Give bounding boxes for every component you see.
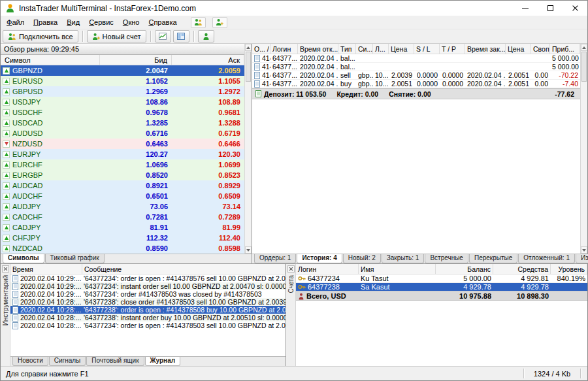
market-tab-1[interactable]: Тиковый график xyxy=(45,254,105,263)
accounts-header-level[interactable]: Уровень xyxy=(551,264,587,274)
connect-all-button[interactable]: Подключить все xyxy=(3,30,78,42)
journal-row[interactable]: 2020.02.04 10:28:...'64377238': order is… xyxy=(10,306,286,314)
close-panel-icon[interactable] xyxy=(287,265,295,273)
titlebar[interactable]: InstaTrader MultiTerminal - InstaForex-1… xyxy=(1,1,587,16)
close-panel-icon[interactable] xyxy=(2,265,9,273)
market-row[interactable]: CADJPY81.9181.99 xyxy=(1,222,244,233)
orders-header-sl[interactable]: S / L xyxy=(414,44,440,54)
order-row[interactable]: 414...64377...2020.02.04 ...bal...5 000.… xyxy=(252,63,580,71)
market-row[interactable]: AUDJPY73.0673.14 xyxy=(1,201,244,212)
tick-chart-button[interactable] xyxy=(155,30,171,42)
trader-button[interactable] xyxy=(198,30,214,42)
scroll-down-icon[interactable] xyxy=(581,246,587,254)
market-row[interactable]: USDCHF0.96780.9681 xyxy=(1,107,244,118)
market-col-symbol[interactable]: Символ xyxy=(1,55,100,65)
market-row[interactable]: CHFJPY112.32112.40 xyxy=(1,233,244,243)
journal-col-time[interactable]: Время xyxy=(10,264,82,274)
orders-tab-3[interactable]: Закрыть: 1 xyxy=(382,254,425,263)
account-row[interactable]: 64377238Sa Kasut4 929.784 929.78 xyxy=(296,283,587,291)
accounts-header-balance[interactable]: Баланс xyxy=(436,264,493,274)
market-col-bid[interactable]: Бид xyxy=(100,55,172,65)
order-row[interactable]: 414...64377...2020.02.04 ...bal...5 000.… xyxy=(252,54,580,63)
quick-connect-button[interactable] xyxy=(191,17,206,28)
journal-tab-1[interactable]: Сигналы xyxy=(49,357,86,366)
scroll-thumb[interactable] xyxy=(581,52,587,82)
orders-header-lots[interactable]: Л... xyxy=(373,44,389,54)
quick-account-button[interactable] xyxy=(212,17,227,28)
orders-header-close-time[interactable]: Время зак... xyxy=(465,44,506,54)
order-row[interactable]: 414...64377...2020.02.04 ...sellgbp...10… xyxy=(252,71,580,80)
scroll-track[interactable] xyxy=(581,82,587,246)
minimize-button[interactable] xyxy=(513,1,538,16)
orders-header-close-price[interactable]: Цена xyxy=(506,44,531,54)
market-row[interactable]: NZDUSD0.64630.6466 xyxy=(1,139,244,149)
journal-tab-3[interactable]: Журнал xyxy=(145,357,181,366)
menu-item-help[interactable]: Справка xyxy=(144,16,181,28)
journal-tab-2[interactable]: Почтовый ящик xyxy=(86,357,144,366)
market-row[interactable]: GBPNZD2.00472.0059 xyxy=(1,65,244,76)
userAdd-icon xyxy=(92,33,100,41)
market-scrollbar[interactable] xyxy=(244,44,252,254)
orders-header-open-time[interactable]: Время отк... xyxy=(298,44,338,54)
orders-header-login[interactable]: Логин xyxy=(270,44,298,54)
orders-header-price[interactable]: Цена xyxy=(389,44,414,54)
journal-row[interactable]: 2020.02.04 10:28:...'64377238': close or… xyxy=(10,298,286,306)
orders-header-order[interactable]: О... / xyxy=(252,44,270,54)
menu-item-service[interactable]: Сервис xyxy=(84,16,118,28)
market-row[interactable]: EURUSD1.10521.1055 xyxy=(1,76,244,86)
orders-header-swap[interactable]: Своп xyxy=(531,44,550,54)
journal-col-message[interactable]: Сообщение xyxy=(82,264,286,274)
market-row[interactable]: USDJPY108.86108.89 xyxy=(1,97,244,107)
accounts-header-login[interactable]: Логин xyxy=(296,264,359,274)
journal-row[interactable]: 2020.02.04 10:28:...'64377238': instant … xyxy=(10,314,286,322)
order-row[interactable]: 414...64377...2020.02.04 ...buygbp...10.… xyxy=(252,80,580,88)
deposit-icon xyxy=(255,90,261,97)
market-row[interactable]: NZDCAD0.85900.8598 xyxy=(1,243,244,254)
close-button[interactable] xyxy=(563,1,587,16)
orders-tab-6[interactable]: Отложенный: 1 xyxy=(518,254,575,263)
menu-item-file[interactable]: Файл xyxy=(2,16,29,28)
scroll-up-icon[interactable] xyxy=(245,44,252,51)
market-row[interactable]: AUDCAD0.89210.8929 xyxy=(1,180,244,191)
account-row[interactable]: 64377234Ku Tasut5 000.004 929.81840.19% xyxy=(296,274,587,283)
scroll-up-icon[interactable] xyxy=(581,44,587,51)
menu-item-window[interactable]: Окно xyxy=(118,16,144,28)
market-tab-0[interactable]: Символы xyxy=(3,254,44,263)
orders-tab-5[interactable]: Перекрытые xyxy=(469,254,517,263)
orders-header-profit[interactable]: Приб... xyxy=(550,44,580,54)
accounts-header-equity[interactable]: Средства xyxy=(493,264,551,274)
market-row[interactable]: EURCHF1.06961.0699 xyxy=(1,159,244,170)
orders-tab-0[interactable]: Ордеры: 1 xyxy=(254,254,296,263)
scroll-down-icon[interactable] xyxy=(245,246,252,254)
menu-item-view[interactable]: Вид xyxy=(62,16,84,28)
journal-row[interactable]: 2020.02.04 10:29:...'64377234': order #4… xyxy=(10,290,286,298)
market-row[interactable]: EURJPY120.27120.30 xyxy=(1,149,244,159)
accounts-header-name[interactable]: Имя xyxy=(359,264,436,274)
journal-row[interactable]: 2020.02.04 10:29:...'64377234': order is… xyxy=(10,274,286,282)
market-row[interactable]: USDCAD1.32851.3288 xyxy=(1,118,244,128)
scroll-thumb[interactable] xyxy=(246,52,251,82)
market-row[interactable]: CADCHF0.72810.7289 xyxy=(1,212,244,222)
orders-header-type[interactable]: Тип xyxy=(338,44,356,54)
accounts-total-row[interactable]: Всего, USD10 975.8810 898.30 xyxy=(296,291,587,301)
orders-tab-7[interactable]: Изменить: 1 xyxy=(576,254,588,263)
orders-tab-2[interactable]: Новый: 2 xyxy=(343,254,381,263)
orders-tab-4[interactable]: Встречные xyxy=(425,254,468,263)
orders-scrollbar[interactable] xyxy=(580,44,587,254)
market-row[interactable]: GBPUSD1.29691.2972 xyxy=(1,86,244,97)
maximize-button[interactable] xyxy=(538,1,563,16)
market-col-ask[interactable]: Аск xyxy=(172,55,244,65)
market-row[interactable]: AUDUSD0.67160.6719 xyxy=(1,128,244,139)
market-row[interactable]: EURGBP0.85200.8523 xyxy=(1,170,244,180)
journal-tab-0[interactable]: Новости xyxy=(12,357,48,366)
journal-row[interactable]: 2020.02.04 10:29:...'64377234': instant … xyxy=(10,282,286,290)
market-row[interactable]: AUDCHF0.65010.6509 xyxy=(1,191,244,201)
journal-row[interactable]: 2020.02.04 10:28:...'64377234': order is… xyxy=(10,322,286,329)
menu-item-edit[interactable]: Правка xyxy=(29,16,62,28)
layout-button[interactable] xyxy=(173,30,189,42)
orders-header-symbol[interactable]: Си... xyxy=(356,44,373,54)
scroll-track[interactable] xyxy=(245,82,252,246)
new-account-button[interactable]: Новый счет xyxy=(87,30,146,42)
orders-tab-1[interactable]: История: 4 xyxy=(297,254,342,263)
orders-header-tp[interactable]: T / P xyxy=(440,44,465,54)
